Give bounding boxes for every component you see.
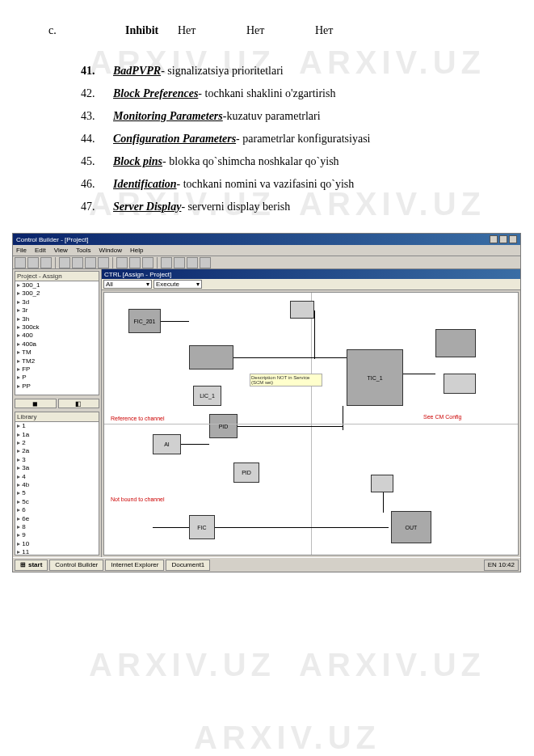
item-number: 41. [81,60,113,82]
tree-item[interactable]: TM2 [15,357,99,365]
function-block[interactable]: AI [153,434,181,454]
taskbar-button[interactable]: Control Builder [49,560,103,571]
toolbar-button[interactable] [98,257,109,268]
toolbar-button[interactable] [27,257,39,268]
taskbar-button[interactable]: Document1 [166,560,210,571]
toolbar-button[interactable] [161,257,172,268]
workarea: Project - Assign 300_1 300_2 3d 3r 3h 30… [13,269,520,557]
toolbar-button[interactable] [187,257,198,268]
menu-help[interactable]: Help [130,247,143,254]
toolbar-button[interactable] [59,257,70,268]
menubar: File Edit View Tools Window Help [13,245,520,256]
toolbar-button[interactable] [40,257,52,268]
menu-file[interactable]: File [16,247,27,254]
tree-item[interactable]: 3d [15,298,99,306]
tree-item[interactable]: 400a [15,340,99,348]
mdi-titlebar[interactable]: CTRL [Assign - Project] [102,269,520,279]
item-number: 46. [81,173,113,196]
tree-item[interactable]: 11 [15,548,99,555]
item-term: Block pins [113,155,162,167]
tree-item[interactable]: 300_1 [15,281,99,289]
item-number: 44. [81,128,113,150]
list-item: 42. Block Preferences- tochkani shaklini… [81,82,486,105]
toolbar-button[interactable] [72,257,83,268]
tree-item[interactable]: 10 [15,540,99,548]
toolbar-button[interactable] [174,257,185,268]
tree-item[interactable]: FP [15,365,99,374]
filter-dropdown[interactable]: All [103,280,152,289]
toolbar-button[interactable] [142,257,153,268]
taskbar-button[interactable]: Internet Explorer [105,560,164,571]
diagram-canvas[interactable]: FIC_201 LIC_1 PID AI PID TIC_1 FIC OUT [103,292,519,555]
item-desc: -kuzatuv parametrlari [223,110,321,122]
toolbar-separator [112,257,113,268]
tree-item[interactable]: 2a [15,447,99,455]
window-titlebar[interactable]: Control Builder - [Project] [13,234,520,245]
item-number: 45. [81,150,113,173]
maximize-icon[interactable] [499,235,507,243]
left-tab-button[interactable]: ◧ [58,399,100,408]
toolbar-button[interactable] [129,257,141,268]
tree-item[interactable]: 8 [15,523,99,531]
tree-item[interactable]: 6 [15,506,99,514]
menu-window[interactable]: Window [99,247,122,254]
function-block[interactable] [371,475,393,492]
item-term: Block Preferences [113,87,198,99]
function-block[interactable] [435,329,476,357]
list-item: 41. BadPVPR- signalizatsiya prioritetlar… [81,60,486,82]
item-term: BadPVPR [113,65,161,77]
tree-item[interactable]: 400 [15,332,99,340]
tree-item[interactable]: PP [15,382,99,391]
minimize-icon[interactable] [490,235,498,243]
tree-item[interactable]: 1 [15,422,99,430]
item-desc: - blokka qo`shimcha noshkalar qo`yish [162,155,339,167]
system-tray[interactable]: EN 10:42 [484,560,519,571]
tree-item[interactable]: 2 [15,439,99,447]
item-desc: - tochkani shaklini o'zgartirish [198,87,335,99]
tree-item[interactable]: 300ck [15,323,99,332]
tree-item[interactable]: 1a [15,431,99,439]
tree-item[interactable]: 3h [15,315,99,323]
toolbar-button[interactable] [200,257,211,268]
tree-item[interactable]: 3r [15,306,99,315]
tree-item[interactable]: 3a [15,464,99,472]
item-desc: - tochkani nomini va vazifasini qo`yish [177,178,355,190]
tree-item[interactable]: 4b [15,481,99,489]
tree-item[interactable]: P [15,374,99,382]
toolbar-button[interactable] [15,257,26,268]
tree-item[interactable]: 4 [15,473,99,481]
table-row-inhibit: c. Inhibit Нет Нет Нет [48,24,486,37]
menu-edit[interactable]: Edit [35,247,46,254]
left-tab-button[interactable]: ◼ [15,399,57,408]
function-block[interactable] [290,301,314,319]
tree-item[interactable]: 5c [15,498,99,506]
function-block[interactable]: PID [209,414,238,438]
tree-item[interactable]: 3 [15,456,99,464]
start-button[interactable]: ⊞ start [15,560,48,571]
function-block[interactable]: FIC [189,515,215,539]
annotation-note: Description NOT in Service (SCM set) [250,374,322,386]
tree-item[interactable]: 9 [15,531,99,539]
menu-tools[interactable]: Tools [76,247,91,254]
function-block[interactable]: OUT [391,511,431,543]
function-block[interactable]: LIC_1 [193,386,221,406]
tree-item[interactable]: TM [15,348,99,357]
menu-view[interactable]: View [54,247,68,254]
window-title: Control Builder - [Project] [16,236,88,243]
tree-item[interactable]: 6e [15,515,99,523]
toolbar-button[interactable] [116,257,128,268]
item-desc: - parametrlar konfiguratsiyasi [236,133,370,145]
toolbar-separator [55,257,56,268]
function-block[interactable]: FIC_201 [128,309,161,333]
close-icon[interactable] [509,235,517,243]
function-block[interactable] [189,345,233,370]
function-block[interactable]: TIC_1 [347,349,403,406]
tree-item[interactable]: 300_2 [15,289,99,298]
function-block[interactable] [444,374,476,394]
mdi-title: CTRL [Assign - Project] [104,271,171,278]
function-block[interactable]: PID [233,462,259,483]
tree-item[interactable]: 5 [15,489,99,497]
toolbar-button[interactable] [85,257,96,268]
mode-dropdown[interactable]: Execute [153,280,202,289]
item-term: Monitoring Parameters [113,110,223,122]
